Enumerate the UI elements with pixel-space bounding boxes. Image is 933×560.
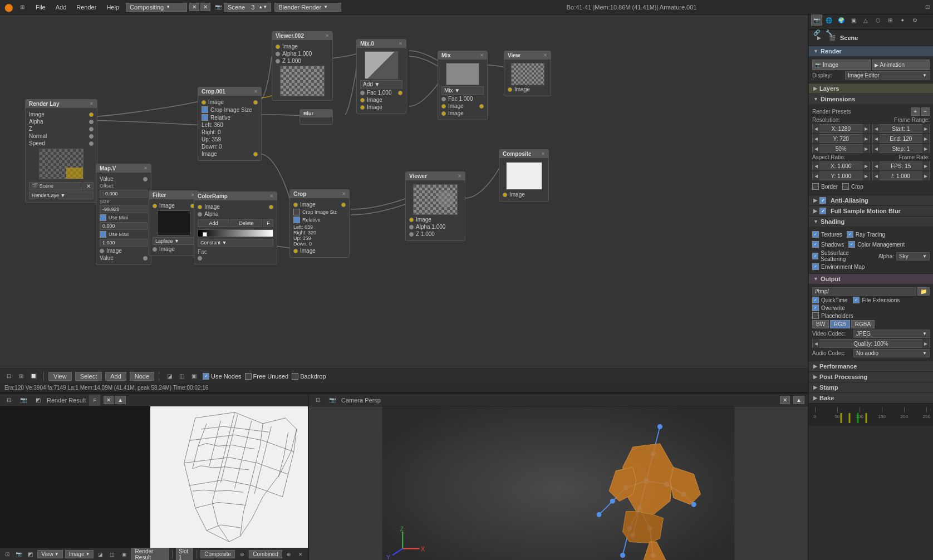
- node-render-layer[interactable]: Render Lay ✕ Image Alpha Z: [25, 99, 97, 203]
- view-btn[interactable]: View: [48, 372, 72, 381]
- node-crop001[interactable]: Crop.001 ✕ Image Crop Image Size: [198, 87, 262, 161]
- rp-icon-world[interactable]: 🌍: [836, 14, 847, 26]
- plus-btn[interactable]: ✕: [189, 3, 199, 11]
- output-path-input[interactable]: //tmp/: [812, 287, 916, 296]
- vp-max[interactable]: ▲: [793, 396, 804, 404]
- menu-render[interactable]: Render: [72, 3, 101, 12]
- crop-cb[interactable]: [842, 183, 849, 190]
- fsmb-section-header[interactable]: ✓ Full Sample Motion Blur: [809, 206, 933, 216]
- rr-icon-c[interactable]: ▣: [120, 549, 129, 560]
- post-processing-section-header[interactable]: Post Processing: [809, 372, 933, 382]
- node-mix[interactable]: Mix ✕ Mix ▼ Fac 1.000 Image: [438, 51, 488, 120]
- dimensions-section-header[interactable]: Dimensions: [809, 94, 933, 104]
- vp-cam-icon[interactable]: 📷: [327, 395, 338, 406]
- res-y-field[interactable]: ◀ Y: 720 ▶: [812, 134, 870, 143]
- engine-dropdown[interactable]: Blender Render ▼: [274, 3, 341, 12]
- 3d-scene[interactable]: X Z Y: [309, 406, 808, 560]
- frame-start-field[interactable]: ◀ Start: 1 ▶: [872, 124, 930, 133]
- rp-icon-texture[interactable]: ⊞: [885, 14, 896, 26]
- envmap-cb[interactable]: ✓: [812, 263, 819, 270]
- rr-tb-icon2[interactable]: 📷: [14, 549, 23, 560]
- select-btn[interactable]: Select: [75, 372, 102, 381]
- rp-icon-object[interactable]: ▣: [848, 14, 859, 26]
- node-viewer[interactable]: Viewer ✕ Image Alpha 1.000: [405, 171, 465, 241]
- x-btn[interactable]: ✕: [200, 3, 210, 11]
- use-nodes-cb[interactable]: ✓ Use Nodes: [203, 373, 241, 380]
- res-x-field[interactable]: ◀ X: 1280 ▶: [812, 124, 870, 133]
- frame-end-field[interactable]: ◀ End: 120 ▶: [872, 134, 930, 143]
- render-icon2[interactable]: 📷: [18, 395, 29, 406]
- menu-file[interactable]: File: [31, 3, 50, 12]
- free-unused-cb[interactable]: Free Unused: [245, 373, 289, 380]
- vp-close[interactable]: ✕: [780, 396, 790, 404]
- quicktime-cb[interactable]: ✓: [812, 297, 819, 303]
- close-render[interactable]: ✕: [104, 396, 114, 404]
- rgb-btn[interactable]: RGB: [830, 320, 850, 328]
- aa-section-header[interactable]: ✓ Anti-Aliasing: [809, 195, 933, 205]
- slot-btn[interactable]: Slot 1: [176, 547, 193, 561]
- display-dropdown[interactable]: Image Editor ▼: [845, 71, 930, 80]
- video-codec-dropdown[interactable]: JPEG ▼: [853, 330, 930, 338]
- render-icon3[interactable]: ◩: [32, 395, 43, 406]
- fps-field[interactable]: ◀ FPS: 15 ▶: [872, 161, 930, 170]
- shading-section-header[interactable]: Shading: [809, 217, 933, 227]
- node-mix0[interactable]: Mix.0 ✕ Add ▼ Fac 1.000 Image: [356, 39, 406, 114]
- file-ext-cb[interactable]: ✓: [853, 297, 860, 303]
- performance-section-header[interactable]: Performance: [809, 361, 933, 371]
- combined-dropdown[interactable]: Combined: [249, 550, 282, 558]
- icon-b[interactable]: ◫: [176, 371, 187, 382]
- rt-cb[interactable]: ✓: [847, 231, 853, 238]
- rgba-btn[interactable]: RGBA: [851, 320, 875, 328]
- timeline-bar[interactable]: 0 50 100 150 200 250: [809, 404, 933, 426]
- render-result-icon[interactable]: ⊡: [3, 395, 14, 406]
- shadows-cb[interactable]: ✓: [812, 241, 819, 248]
- rp-icon-scene[interactable]: 🌐: [823, 14, 834, 26]
- rp-icon-material[interactable]: ⬡: [872, 14, 883, 26]
- bake-section-header[interactable]: Bake: [809, 393, 933, 403]
- node-btn[interactable]: Node: [130, 372, 154, 381]
- node-blur[interactable]: Blur: [299, 109, 333, 125]
- fsmb-cb[interactable]: ✓: [819, 208, 826, 214]
- toolbar-icon2[interactable]: ⊞: [16, 371, 27, 382]
- composite-dropdown[interactable]: Composite: [200, 550, 235, 558]
- fps2-field[interactable]: ◀ /: 1.000 ▶: [872, 171, 930, 180]
- scene-dropdown[interactable]: Scene 3 ▲▼: [224, 3, 271, 12]
- rr-tb-icon1[interactable]: ⊡: [2, 549, 12, 560]
- node-view[interactable]: View ✕ Image: [504, 51, 551, 96]
- menu-help[interactable]: Help: [102, 3, 124, 12]
- alpha-sky-dropdown[interactable]: Sky ▼: [896, 252, 930, 261]
- window-icon[interactable]: ⊞: [17, 2, 28, 13]
- toolbar-icon1[interactable]: ⊡: [3, 371, 14, 382]
- node-composite[interactable]: Composite ✕ Image: [499, 149, 549, 202]
- rr-icon-e[interactable]: ✕: [296, 549, 306, 560]
- border-cb[interactable]: [812, 183, 819, 190]
- cm-cb[interactable]: ✓: [848, 241, 855, 248]
- rr-icon-a[interactable]: ◪: [96, 549, 105, 560]
- screen-icon[interactable]: ⊡: [922, 2, 933, 13]
- rp-icon-physics[interactable]: ⚙: [909, 14, 920, 26]
- node-canvas[interactable]: Render Lay ✕ Image Alpha Z: [0, 14, 808, 369]
- rr-tb-icon3[interactable]: ◩: [26, 549, 35, 560]
- vp-icon1[interactable]: ⊡: [312, 395, 323, 406]
- output-path-browse[interactable]: 📁: [917, 287, 930, 296]
- output-section-header[interactable]: Output: [809, 274, 933, 284]
- icon-c[interactable]: ▣: [188, 371, 199, 382]
- animation-render-btn[interactable]: ▶ Animation: [872, 60, 930, 70]
- image-menu[interactable]: Image ▼: [65, 550, 94, 558]
- menu-add[interactable]: Add: [51, 3, 71, 12]
- aspect-y-field[interactable]: ◀ Y: 1.000 ▶: [812, 171, 870, 180]
- close-render2[interactable]: ▲: [115, 396, 126, 404]
- presets-remove[interactable]: −: [921, 107, 930, 116]
- f-key[interactable]: F: [89, 395, 100, 406]
- sss-cb[interactable]: ✓: [812, 253, 818, 259]
- textures-cb[interactable]: ✓: [812, 231, 819, 238]
- res-pct-field[interactable]: ◀ 50% ▶: [812, 144, 870, 153]
- rr-icon-d[interactable]: ⊕: [284, 549, 294, 560]
- aspect-x-field[interactable]: ◀ X: 1.000 ▶: [812, 161, 870, 170]
- camera-icon[interactable]: 📷: [213, 2, 224, 13]
- toolbar-icon3[interactable]: 🔲: [28, 371, 39, 382]
- placeholders-cb[interactable]: [812, 312, 819, 319]
- image-render-btn[interactable]: 📷 Image: [812, 60, 871, 70]
- rp-icon-particle[interactable]: ✦: [897, 14, 908, 26]
- view-menu[interactable]: View ▼: [37, 550, 62, 558]
